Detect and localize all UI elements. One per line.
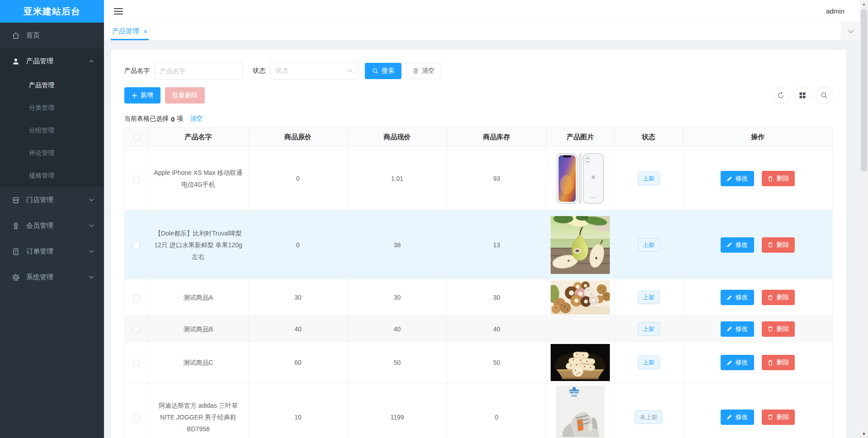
tab-bar: 产品管理 × xyxy=(104,23,860,41)
delete-button-label: 删除 xyxy=(776,293,789,301)
edit-button[interactable]: 修改 xyxy=(721,290,754,305)
delete-button[interactable]: 删除 xyxy=(762,237,795,253)
filter-form: 产品名字 状态 状态 搜索 清空 xyxy=(124,62,833,80)
sidebar-item-home[interactable]: 首页 xyxy=(0,23,104,48)
sidebar-item-label: 首页 xyxy=(26,31,40,40)
trash-icon xyxy=(768,176,773,182)
edit-button[interactable]: 修改 xyxy=(721,237,754,253)
pencil-icon xyxy=(726,414,732,420)
current-price-cell: 40 xyxy=(348,316,447,342)
tab-close-icon[interactable]: × xyxy=(143,28,147,35)
columns-button[interactable] xyxy=(794,87,811,104)
column-header: 商品原价 xyxy=(249,128,348,147)
delete-button-label: 删除 xyxy=(776,174,789,183)
page-scrollbar[interactable]: ▲ ▼ xyxy=(860,0,868,438)
product-table: 产品名字 商品原价 商品现价 商品库存 产品图片 状态 操作 Apple iPh… xyxy=(124,127,833,438)
chevron-down-icon xyxy=(347,69,353,73)
product-name-cell: 阿迪达斯官方 adidas 三叶草 NITE JOGGER 男子经典鞋BD795… xyxy=(148,383,249,438)
status-badge[interactable]: 上架 xyxy=(638,291,660,304)
column-header: 操作 xyxy=(683,128,833,147)
delete-button[interactable]: 删除 xyxy=(762,171,795,186)
pencil-icon xyxy=(726,176,732,182)
delete-button[interactable]: 删除 xyxy=(762,321,795,337)
edit-button[interactable]: 修改 xyxy=(721,321,754,337)
status-select[interactable]: 状态 xyxy=(270,62,359,80)
edit-button-label: 修改 xyxy=(736,174,748,183)
status-badge[interactable]: 未上架 xyxy=(635,410,662,424)
row-checkbox[interactable] xyxy=(133,176,140,183)
sidebar-item-label: 订单管理 xyxy=(26,247,53,256)
search-toggle-button[interactable] xyxy=(816,87,833,104)
chevron-down-icon xyxy=(89,276,94,279)
sidebar-subitem-category[interactable]: 分类管理 xyxy=(0,97,104,119)
tab-product-management[interactable]: 产品管理 × xyxy=(111,23,149,40)
delete-button[interactable]: 删除 xyxy=(762,410,795,425)
user-menu[interactable]: admin xyxy=(823,7,847,15)
current-price-cell: 1.01 xyxy=(348,147,447,211)
sidebar-item-order[interactable]: 订单管理 xyxy=(0,239,104,264)
original-price-cell: 0 xyxy=(249,147,348,211)
sidebar-subitem-label: 产品管理 xyxy=(29,81,54,89)
edit-button-label: 修改 xyxy=(736,325,748,333)
sidebar-item-store[interactable]: 门店管理 xyxy=(0,187,104,213)
status-badge[interactable]: 上架 xyxy=(638,172,660,185)
refresh-button[interactable] xyxy=(772,87,789,104)
status-badge[interactable]: 上架 xyxy=(638,356,660,369)
scrollbar-thumb[interactable] xyxy=(861,9,867,172)
sidebar-subitem-label: 规格管理 xyxy=(29,172,54,180)
batch-delete-button[interactable]: 批量删除 xyxy=(165,87,205,104)
gear-icon xyxy=(12,273,20,282)
row-checkbox[interactable] xyxy=(133,326,140,333)
product-image-pears xyxy=(551,216,610,274)
content: 产品名字 状态 状态 搜索 清空 xyxy=(104,41,860,438)
edit-button[interactable]: 修改 xyxy=(721,410,754,425)
search-icon xyxy=(821,92,828,99)
original-price-cell: 60 xyxy=(249,342,348,383)
row-checkbox[interactable] xyxy=(133,360,140,367)
tab-dropdown-button[interactable] xyxy=(841,23,860,40)
sidebar-item-system[interactable]: 系统管理 xyxy=(0,264,104,290)
sidebar-subitem-label: 分组管理 xyxy=(29,127,54,135)
sidebar-menu: 首页 产品管理 产品管理 分类管理 分组管理 评论管理 规格管理 门店管理 会员… xyxy=(0,23,104,290)
sidebar-item-product[interactable]: 产品管理 xyxy=(0,48,104,74)
trash-icon xyxy=(768,326,773,332)
product-name-input[interactable] xyxy=(154,62,243,80)
menu-toggle-button[interactable] xyxy=(114,8,123,14)
product-image-cookies xyxy=(551,344,610,381)
sidebar-item-member[interactable]: 会员管理 xyxy=(0,213,104,239)
table-toolbar: 新增 批量删除 xyxy=(124,87,833,104)
trash-icon xyxy=(768,360,773,366)
status-badge[interactable]: 上架 xyxy=(638,238,660,252)
sidebar-subitem-product[interactable]: 产品管理 xyxy=(0,74,104,97)
chevron-down-icon xyxy=(89,224,94,227)
column-header: 产品名字 xyxy=(148,128,249,147)
row-checkbox[interactable] xyxy=(133,295,140,301)
add-product-button[interactable]: 新增 xyxy=(124,87,160,104)
delete-button[interactable]: 删除 xyxy=(762,290,795,305)
scroll-down-arrow[interactable]: ▼ xyxy=(860,430,868,438)
refresh-icon xyxy=(777,92,784,99)
scroll-up-arrow[interactable]: ▲ xyxy=(860,0,868,8)
edit-button-label: 修改 xyxy=(736,293,748,301)
search-button[interactable]: 搜索 xyxy=(365,63,401,79)
sidebar-subitem-comment[interactable]: 评论管理 xyxy=(0,142,104,165)
sidebar-item-label: 门店管理 xyxy=(26,196,53,204)
sidebar-subitem-group[interactable]: 分组管理 xyxy=(0,119,104,142)
clear-filters-button[interactable]: 清空 xyxy=(406,63,441,79)
delete-button[interactable]: 删除 xyxy=(762,355,795,370)
order-doc-icon xyxy=(12,248,20,256)
select-all-checkbox[interactable] xyxy=(133,134,140,141)
pencil-icon xyxy=(726,295,732,301)
trash-icon xyxy=(413,68,419,74)
status-badge[interactable]: 上架 xyxy=(638,322,660,336)
clear-selection-link[interactable]: 清空 xyxy=(190,115,203,123)
sidebar-subitem-spec[interactable]: 规格管理 xyxy=(0,165,104,187)
table-row: Apple iPhone XS Max 移动联通电信4G手机 0 1.01 93 xyxy=(125,147,833,211)
edit-button[interactable]: 修改 xyxy=(721,171,754,186)
column-header: 商品现价 xyxy=(348,128,447,147)
edit-button[interactable]: 修改 xyxy=(721,355,754,370)
product-image-donuts xyxy=(551,280,610,315)
row-checkbox[interactable] xyxy=(133,242,140,249)
row-checkbox[interactable] xyxy=(133,414,140,421)
product-name-cell: 测试商品B xyxy=(148,316,249,342)
